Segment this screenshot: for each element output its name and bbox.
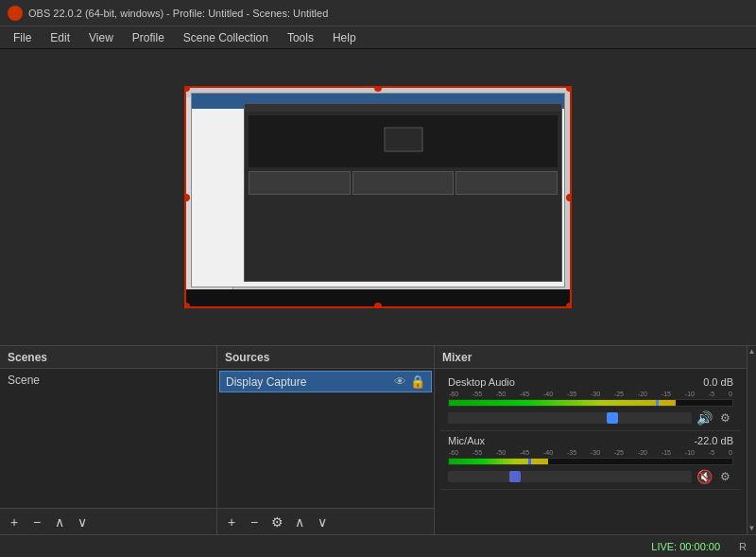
desktop-audio-slider[interactable] [448,412,692,424]
menu-profile-label: Profile [132,31,164,44]
menu-tools-label: Tools [287,31,314,44]
menu-help-label: Help [333,31,356,44]
scroll-down-arrow[interactable]: ▼ [748,525,756,532]
sources-add-button[interactable]: + [223,513,240,531]
mic-aux-db: -22.0 dB [694,435,733,446]
preview-inner-svg [366,123,441,161]
mic-aux-meter [448,458,733,465]
bottom-panels: Scenes Scene + − ∧ ∨ Sources [0,345,756,534]
mixer-track-desktop-header: Desktop Audio 0.0 dB [448,376,733,388]
statusbar: LIVE: 00:00:00 R [0,534,756,557]
lock-icon[interactable]: 🔒 [410,374,425,389]
sources-down-button[interactable]: ∨ [314,513,331,531]
desktop-audio-label: Desktop Audio [448,376,515,388]
desktop-audio-knob [607,412,618,424]
menu-edit-label: Edit [50,31,70,44]
sources-panel: Sources Display Capture 👁 🔒 + − ⚙ ∧ [217,346,435,534]
mic-aux-controls: 🔇 ⚙ [448,468,733,485]
menubar: File Edit View Profile Scene Collection … [0,26,756,49]
menu-scene-collection[interactable]: Scene Collection [174,26,278,49]
mixer-panel: Mixer Desktop Audio 0.0 dB -60-55-50-45-… [435,346,756,534]
scenes-panel: Scenes Scene + − ∧ ∨ [0,346,217,534]
source-item-icons: 👁 🔒 [394,374,425,389]
live-timer: LIVE: 00:00:00 [651,541,720,552]
mixer-track-mic-header: Mic/Aux -22.0 dB [448,435,733,446]
rec-indicator: R [739,541,747,552]
mixer-tracks: Desktop Audio 0.0 dB -60-55-50-45-40-35-… [435,369,747,534]
obs-logo-icon [8,6,23,21]
scene-item[interactable]: Scene [2,371,215,390]
mixer-track-desktop: Desktop Audio 0.0 dB -60-55-50-45-40-35-… [440,373,741,431]
mixer-scrollbar[interactable]: ▲ ▼ [747,346,756,534]
sources-list: Display Capture 👁 🔒 [217,369,434,508]
screen-capture-preview [186,88,570,306]
svg-rect-1 [385,128,422,151]
desktop-audio-controls: 🔊 ⚙ [448,409,733,426]
sources-up-button[interactable]: ∧ [291,513,308,531]
scenes-remove-button[interactable]: − [28,513,45,531]
handle-tr[interactable] [566,86,572,92]
scenes-down-button[interactable]: ∨ [74,513,91,531]
desktop-audio-mute-button[interactable]: 🔊 [696,409,713,426]
menu-view-label: View [89,31,113,44]
mic-aux-label: Mic/Aux [448,435,485,446]
source-item-display-capture[interactable]: Display Capture 👁 🔒 [219,371,432,392]
window-title: OBS 22.0.2 (64-bit, windows) - Profile: … [28,8,328,19]
mic-aux-settings-button[interactable]: ⚙ [716,468,733,485]
desktop-audio-meter [448,399,733,407]
scenes-toolbar: + − ∧ ∨ [0,508,216,534]
mic-aux-slider[interactable] [448,471,692,482]
menu-edit[interactable]: Edit [41,26,79,49]
desktop-audio-db: 0.0 dB [703,376,733,388]
scroll-up-arrow[interactable]: ▲ [748,348,756,356]
menu-scene-collection-label: Scene Collection [183,31,268,44]
titlebar: OBS 22.0.2 (64-bit, windows) - Profile: … [0,0,756,26]
sources-header: Sources [217,346,434,369]
handle-mb[interactable] [374,303,382,308]
eye-icon[interactable]: 👁 [394,374,406,389]
meter-labels-desktop: -60-55-50-45-40-35-30-25-20-15-10-50 [448,391,733,397]
menu-file[interactable]: File [4,26,41,49]
preview-canvas[interactable] [184,86,572,308]
menu-view[interactable]: View [79,26,123,49]
mic-aux-indicator [528,459,531,464]
desktop-audio-settings-button[interactable]: ⚙ [716,409,733,426]
mic-aux-mute-button[interactable]: 🔇 [696,468,713,485]
sources-remove-button[interactable]: − [246,513,263,531]
meter-labels-mic: -60-55-50-45-40-35-30-25-20-15-10-50 [448,449,733,456]
menu-profile[interactable]: Profile [123,26,174,49]
menu-help[interactable]: Help [323,26,366,49]
handle-bl[interactable] [184,303,190,308]
mic-aux-knob [509,471,521,482]
mixer-track-mic: Mic/Aux -22.0 dB -60-55-50-45-40-35-30-2… [440,431,741,490]
sources-settings-button[interactable]: ⚙ [268,513,285,531]
scenes-list: Scene [0,369,216,508]
menu-file-label: File [13,31,31,44]
preview-area [0,49,756,345]
handle-mr[interactable] [566,194,572,201]
scenes-up-button[interactable]: ∧ [51,513,68,531]
handle-br[interactable] [566,303,572,308]
desktop-audio-indicator [656,400,659,406]
menu-tools[interactable]: Tools [278,26,323,49]
scenes-add-button[interactable]: + [6,513,23,531]
mixer-header: Mixer [435,346,747,369]
scenes-header: Scenes [0,346,216,369]
sources-toolbar: + − ⚙ ∧ ∨ [217,508,434,534]
